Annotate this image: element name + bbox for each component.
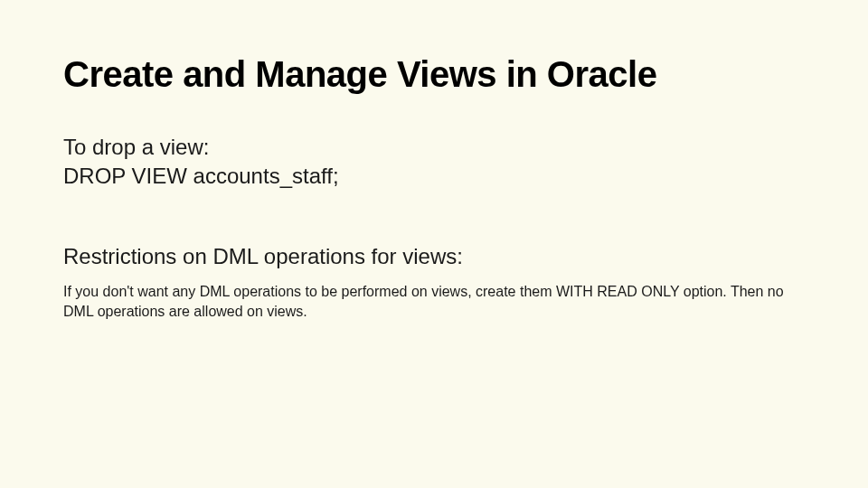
spacer xyxy=(63,192,805,242)
intro-line-1: To drop a view: xyxy=(63,133,805,162)
intro-line-2: DROP VIEW accounts_staff; xyxy=(63,162,805,191)
slide-title: Create and Manage Views in Oracle xyxy=(63,54,805,95)
subheading-restrictions: Restrictions on DML operations for views… xyxy=(63,242,805,271)
detail-text: If you don't want any DML operations to … xyxy=(63,282,805,321)
